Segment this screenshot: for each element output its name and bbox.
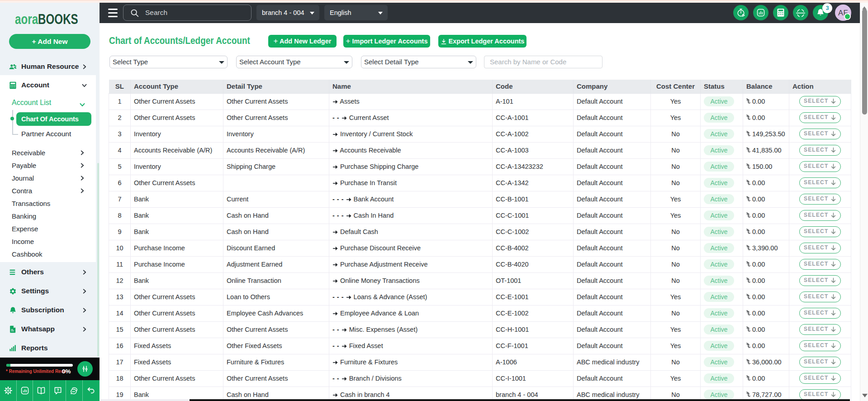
svg-text:?: ? xyxy=(57,388,59,392)
